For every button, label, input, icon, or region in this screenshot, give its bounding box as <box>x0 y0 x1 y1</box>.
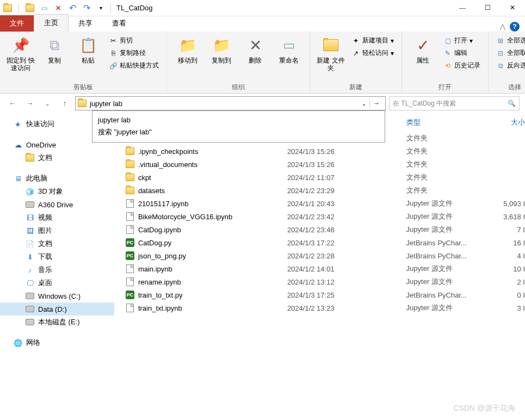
file-row[interactable]: rename.ipynb2024/1/2 13:12Jupyter 源文件2 I <box>114 275 525 288</box>
file-row[interactable]: .ipynb_checkpoints2024/1/3 15:26文件夹 <box>114 145 525 158</box>
file-size: 7 I <box>482 226 525 234</box>
sidebar-item[interactable]: 🌐网络 <box>0 336 114 349</box>
file-size: 16 I <box>482 239 525 247</box>
suggestion-item[interactable]: jupyter lab <box>98 114 379 126</box>
help-icon[interactable]: ? <box>510 22 520 32</box>
sidebar-item[interactable]: 🖼图片 <box>0 224 114 237</box>
address-bar[interactable]: ⌄ → jupyter lab 搜索 "jupyter lab" <box>75 96 386 110</box>
app-folder-icon <box>2 3 13 14</box>
sidebar-item[interactable]: Data (D:) <box>0 302 114 316</box>
sidebar-item[interactable]: 🧊3D 对象 <box>0 185 114 198</box>
invert-button[interactable]: ⧉反向选择 <box>494 60 525 71</box>
file-date: 2024/1/3 17:22 <box>287 239 385 247</box>
file-type: 文件夹 <box>385 172 482 182</box>
file-name: CatDog.ipynb <box>138 226 287 234</box>
address-input[interactable] <box>90 100 359 108</box>
sidebar-item[interactable]: 📄文档 <box>0 237 114 250</box>
properties-button[interactable]: ✓属性 <box>407 34 438 66</box>
file-date: 2024/1/2 14:01 <box>287 265 385 273</box>
ribbon-collapse-icon[interactable]: ⋀ <box>500 23 505 30</box>
copypath-button[interactable]: ⎘复制路径 <box>107 47 161 59</box>
close-button[interactable]: ✕ <box>500 0 525 16</box>
file-date: 2024/1/3 15:26 <box>287 160 385 169</box>
tab-view[interactable]: 查看 <box>102 15 136 32</box>
maximize-button[interactable]: ☐ <box>475 0 500 16</box>
refresh-button[interactable]: → <box>369 100 383 107</box>
address-dropdown-icon[interactable]: ⌄ <box>362 101 366 107</box>
pasteshortcut-button[interactable]: 🔗粘贴快捷方式 <box>107 60 161 71</box>
paste-button[interactable]: 📋粘贴 <box>73 34 103 66</box>
qat-properties-icon[interactable]: ▭ <box>39 3 50 14</box>
file-type: Jupyter 源文件 <box>385 264 482 274</box>
video-icon: 🎞 <box>25 213 35 223</box>
file-row[interactable]: PCCatDog.py2024/1/3 17:22JetBrains PyCha… <box>114 236 525 249</box>
file-row[interactable]: .virtual_documents2024/1/3 15:26文件夹 <box>114 158 525 171</box>
sidebar-item-label: 下载 <box>38 252 52 262</box>
selectall-button[interactable]: ⊞全部选择 <box>494 35 525 46</box>
file-row[interactable]: BikeMotorcycle_VGG16.ipynb2024/1/2 23:42… <box>114 210 525 223</box>
file-row[interactable]: CatDog.ipynb2024/1/2 23:46Jupyter 源文件7 I <box>114 223 525 236</box>
forward-button[interactable]: → <box>23 96 37 110</box>
sidebar-item[interactable]: 本地磁盘 (E:) <box>0 316 114 329</box>
up-button[interactable]: ↑ <box>58 96 72 110</box>
file-type: Jupyter 源文件 <box>385 277 482 287</box>
newfolder-button[interactable]: 新建 文件夹 <box>316 34 346 74</box>
qat-delete-icon[interactable]: ✕ <box>53 3 64 14</box>
copy-button[interactable]: ⧉复制 <box>39 34 70 66</box>
open-button[interactable]: ▢打开 ▾ <box>441 35 483 46</box>
sidebar-item[interactable]: Windows (C:) <box>0 289 114 302</box>
sidebar-item[interactable]: 🖥此电脑 <box>0 172 114 185</box>
tab-share[interactable]: 共享 <box>69 15 102 32</box>
file-row[interactable]: ckpt2024/1/2 11:07文件夹 <box>114 171 525 184</box>
sidebar-item[interactable]: 文档 <box>0 151 114 164</box>
file-row[interactable]: PCtrain_to_txt.py2024/1/3 17:25JetBrains… <box>114 288 525 301</box>
file-date: 2024/1/2 23:46 <box>287 226 385 234</box>
history-dropdown-icon[interactable]: ⌄ <box>40 96 54 110</box>
newitem-button[interactable]: ✦新建项目 ▾ <box>349 35 396 46</box>
sidebar-item-label: Data (D:) <box>38 305 67 313</box>
sidebar-item[interactable]: 🖵桌面 <box>0 276 114 289</box>
file-row[interactable]: train_txt.ipynb2024/1/2 13:23Jupyter 源文件… <box>114 301 525 314</box>
cut-button[interactable]: ✂剪切 <box>107 35 161 46</box>
suggestion-item[interactable]: 搜索 "jupyter lab" <box>98 126 379 139</box>
group-open-label: 打开 <box>407 81 483 92</box>
file-type: Jupyter 源文件 <box>385 212 482 221</box>
copyto-button[interactable]: 📁复制到 <box>206 34 237 66</box>
tab-file[interactable]: 文件 <box>0 15 34 32</box>
sidebar-item[interactable]: 🎞视频 <box>0 211 114 224</box>
sidebar-item[interactable]: ♪音乐 <box>0 263 114 276</box>
pin-button[interactable]: 📌固定到 快速访问 <box>5 34 36 74</box>
doc-icon: 📄 <box>25 239 35 249</box>
col-type[interactable]: 类型 <box>385 118 482 127</box>
file-size: 5,093 I <box>482 200 525 208</box>
search-icon[interactable]: 🔍 <box>508 100 516 107</box>
back-button[interactable]: ← <box>5 96 20 110</box>
delete-button[interactable]: ✕删除 <box>240 34 270 66</box>
file-row[interactable]: PCjson_to_png.py2024/1/2 23:28JetBrains … <box>114 249 525 262</box>
rename-button[interactable]: ▭重命名 <box>274 34 304 66</box>
file-name: 21015117.ipynb <box>138 200 287 208</box>
history-button[interactable]: ⟲历史记录 <box>441 60 483 71</box>
qat-redo-icon[interactable]: ↷ <box>81 3 92 14</box>
file-row[interactable]: datasets2024/1/2 23:29文件夹 <box>114 184 525 197</box>
file-name: train_txt.ipynb <box>138 304 287 312</box>
file-row[interactable]: main.ipynb2024/1/2 14:01Jupyter 源文件10 I <box>114 262 525 275</box>
selectnone-button[interactable]: ⊟全部取消 <box>494 47 525 59</box>
sidebar-item[interactable]: A360 Drive <box>0 198 114 211</box>
moveto-button[interactable]: 📁移动到 <box>172 34 203 66</box>
qat-dropdown-icon[interactable]: ▾ <box>95 3 106 14</box>
file-name: .ipynb_checkpoints <box>138 147 287 156</box>
sidebar-item[interactable]: ⬇下载 <box>0 250 114 263</box>
easyaccess-button[interactable]: ↗轻松访问 ▾ <box>349 47 396 59</box>
col-size[interactable]: 大小 <box>482 118 525 127</box>
doc-icon <box>125 264 135 274</box>
file-size: 4 I <box>482 252 525 260</box>
file-name: datasets <box>138 187 287 195</box>
search-box[interactable]: 在 TL_CatDog 中搜索 🔍 <box>389 96 520 110</box>
qat-folder-icon[interactable] <box>24 3 35 14</box>
qat-undo-icon[interactable]: ↶ <box>67 3 78 14</box>
file-row[interactable]: 21015117.ipynb2024/1/1 20:43Jupyter 源文件5… <box>114 197 525 210</box>
minimize-button[interactable]: — <box>450 0 475 16</box>
edit-button[interactable]: ✎编辑 <box>441 47 483 59</box>
tab-home[interactable]: 主页 <box>34 14 69 32</box>
